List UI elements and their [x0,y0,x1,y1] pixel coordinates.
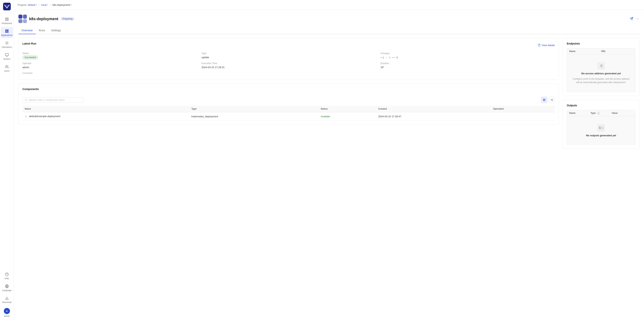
components-toolbar [22,97,555,103]
right-column: Endpoints Name URL No access address gen… [563,38,640,149]
outputs-empty-title: No outputs generated yet [586,134,616,137]
breadcrumb-sep-2: / [50,4,50,6]
col-type: Type [189,106,318,112]
tab-settings[interactable]: Settings [48,27,64,34]
duration-value: 19" [380,66,555,69]
execution-time-label: Execution Time [202,62,376,65]
changes-del: 0 [396,56,398,59]
breadcrumb-resource-name: k8s-deployment [52,4,70,6]
outputs-table-header: Name Type i Value [567,110,635,116]
sidebar-item-system[interactable]: System [1,51,13,62]
comment-label: Comment [22,72,197,74]
expand-icon[interactable]: ＋ [25,115,27,118]
resource-title: k8s-deployment [29,17,58,21]
components-title: Components [22,88,39,91]
header: Projects default ▾ / local ▾ / k8s-deplo… [14,0,644,10]
duration-label: Duration [380,62,555,65]
run-operator-field: Operator admin [22,62,197,69]
component-search-wrap[interactable] [22,97,84,103]
operator-value: admin [22,66,197,69]
run-status-field: Status Succeeded [22,52,197,59]
latest-run-title: Latest Run [22,42,36,45]
breadcrumb-project-name: default [28,4,35,6]
table-row: ＋ default/example-deployment kubernetes_… [22,112,555,121]
run-type-field: Type update [202,52,376,59]
svg-rect-7 [5,31,7,33]
dependency-view-button[interactable] [549,97,555,103]
svg-rect-4 [7,20,8,21]
components-header: Components [22,88,555,94]
view-details-link[interactable]: View details [538,44,555,47]
endpoints-empty-state: No access address generated yet Configur… [567,54,635,92]
row-type: kubernetes_deployment [189,112,318,121]
breadcrumb-resource-dropdown[interactable]: k8s-deployment ▾ [52,4,72,6]
sidebar-item-dashboard[interactable]: Dashboard [1,15,13,26]
svg-rect-8 [7,31,8,33]
user-avatar-item[interactable]: a admin [1,306,13,319]
svg-point-20 [637,19,638,19]
run-changes-field: Changes + 1 0 — 0 [380,52,555,59]
more-menu-icon[interactable] [636,17,640,21]
svg-rect-27 [544,100,545,101]
col-status: Status [318,106,376,112]
endpoints-title: Endpoints [567,42,636,45]
chevron-down-icon-3: ▾ [71,4,72,6]
svg-rect-25 [544,99,545,100]
tab-overview[interactable]: Overview [18,27,36,34]
sidebar-item-download[interactable]: Download [1,294,13,305]
endpoints-table-container: Name URL No access address generated yet… [567,48,636,92]
col-created: Created [376,106,491,112]
search-icon [25,98,28,101]
outputs-empty-icon: $( ) [597,124,605,132]
changes-add: + 1 [380,56,384,59]
row-operation [491,112,555,121]
latest-run-card: Latest Run View details Status Succeeded [18,38,559,80]
component-view-actions [541,97,555,103]
outputs-value-col: Value [612,112,633,115]
operations-icon [5,41,9,45]
sidebar-item-applications[interactable]: Applications [1,27,13,38]
endpoints-card: Endpoints Name URL No access address gen… [563,38,640,96]
row-name: ＋ default/example-deployment [22,112,189,121]
sidebar-item-operations[interactable]: Operations [1,39,13,50]
tab-runs[interactable]: Runs [36,27,48,34]
changes-mod: 0 [389,56,390,59]
breadcrumb-project-dropdown[interactable]: default ▾ [28,4,37,6]
breadcrumb-environment-dropdown[interactable]: local ▾ [42,4,48,6]
applications-icon [5,29,9,33]
svg-rect-2 [7,18,8,19]
svg-point-9 [6,43,7,44]
operator-label: Operator [22,62,197,65]
status-label: Status [22,52,197,55]
svg-point-11 [6,65,7,67]
endpoints-empty-desc: Configure ports in the template, and the… [571,77,631,84]
type-value: update [202,56,376,59]
svg-line-31 [551,99,552,100]
outputs-table-container: Name Type i Value $( ) No outputs gene [567,110,636,145]
deploy-icon[interactable] [630,17,633,21]
svg-rect-6 [7,30,8,31]
sidebar-item-users[interactable]: Users [1,63,13,74]
grid-view-button[interactable] [541,97,547,103]
minus-icon: — [392,56,395,59]
svg-line-32 [551,100,552,101]
sidebar-item-language[interactable]: Language [1,282,13,293]
svg-rect-10 [5,54,8,56]
svg-rect-5 [5,30,7,31]
user-avatar: a [4,308,10,314]
endpoints-url-col: URL [601,50,633,53]
endpoints-empty-icon [597,62,605,70]
logo[interactable] [0,0,14,13]
sidebar-item-help[interactable]: Help [1,270,13,281]
users-icon [5,65,9,69]
component-search-input[interactable] [29,98,81,101]
resource-header: k8s-deployment Preparing [18,15,640,23]
svg-rect-24 [543,99,544,100]
svg-point-12 [5,273,8,276]
breadcrumb-environment-name: local [42,4,46,6]
changes-label: Changes [380,52,555,55]
components-table: Name Type Status Created Operation ＋ [22,106,555,121]
overview-layout: Latest Run View details Status Succeeded [18,38,640,149]
svg-rect-3 [5,20,6,21]
info-icon[interactable]: i [597,112,600,115]
